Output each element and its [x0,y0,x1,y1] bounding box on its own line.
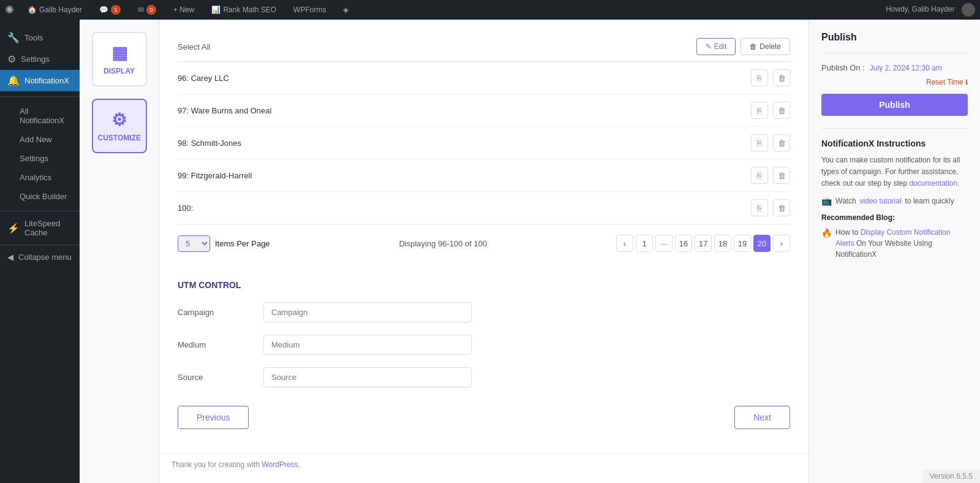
comments-badge: 1 [111,5,121,15]
row-98-label: 98: Schmitt-Jones [178,139,241,148]
notificationx-icon: 🔔 [7,75,20,86]
documentation-link[interactable]: documentation. [909,179,959,188]
display-label: DISPLAY [98,67,141,75]
page-ellipsis-button[interactable]: ··· [655,235,673,252]
sidebar-item-collapse[interactable]: ◀ Collapse menu [0,248,80,267]
medium-input[interactable] [263,335,472,355]
row-99-delete-button[interactable]: 🗑 [773,167,790,184]
page-16-button[interactable]: 16 [675,235,692,252]
sidebar-item-settings-sub[interactable]: Settings [12,149,80,168]
blog-link-row: 🔥 How to Display Custom Notification Ale… [821,227,968,260]
row-96-label: 96: Carey LLC [178,74,229,83]
source-input[interactable] [263,367,472,387]
customize-tab[interactable]: ⚙ CUSTOMIZE [92,99,147,153]
blog-text: How to Display Custom Notification Alert… [835,227,968,260]
row-99-label: 99: Fitzgerald-Harrell [178,171,252,180]
prev-page-button[interactable]: ‹ [616,235,633,252]
row-99-copy-button[interactable]: ⎘ [751,167,768,184]
adminbar-diamond[interactable]: ◈ [339,0,352,20]
pagination-info: Displaying 96-100 of 100 [399,239,487,248]
adminbar-comments[interactable]: 💬 1 [96,0,124,20]
wp-logo-icon[interactable]: ✺ [5,3,14,17]
publish-button[interactable]: Publish [821,94,968,116]
sidebar-item-litespeed[interactable]: ⚡ LiteSpeed Cache [0,214,80,242]
source-label: Source [178,373,251,382]
video-tutorial-link[interactable]: video tutorial [860,197,902,205]
row-96-actions: ⎘ 🗑 [751,69,790,86]
to-learn-label: to learn quickly [905,197,954,205]
wordpress-link[interactable]: WordPress. [262,460,300,469]
row-97-label: 97: Ware Burns and Oneal [178,106,271,115]
delete-button[interactable]: 🗑 Delete [741,38,790,55]
next-button[interactable]: Next [734,406,790,429]
publish-section: Publish Publish On : July 2, 2024 12:30 … [821,32,968,116]
row-97-copy-button[interactable]: ⎘ [751,102,768,119]
adminbar-messages[interactable]: ✉ 0 [134,0,160,20]
display-icon: ▦ [98,43,141,63]
per-page-dropdown[interactable]: 5 10 25 50 [178,235,210,252]
page-19-button[interactable]: 19 [734,235,751,252]
row-97-delete-button[interactable]: 🗑 [773,102,790,119]
adminbar-site[interactable]: 🏠 Galib Hayder [24,0,86,20]
sidebar-item-quick-builder[interactable]: Quick Builder [12,187,80,206]
adminbar-wpforms[interactable]: WPForms [290,0,330,20]
row-98-copy-button[interactable]: ⎘ [751,134,768,151]
rankmath-icon: 📊 [211,6,221,14]
instructions-text: You can make custom notification for its… [821,154,968,190]
campaign-label: Campaign [178,308,251,317]
campaign-row: Campaign [178,302,790,322]
utm-control-title: UTM CONTROL [178,280,790,290]
campaign-input[interactable] [263,302,472,322]
page-20-button[interactable]: 20 [753,235,771,252]
per-page-selector: 5 10 25 50 Items Per Page [178,235,270,252]
howdy-text: Howdy, Galib Hayder [886,5,955,13]
sidebar-item-settings[interactable]: ⚙ Settings [0,48,80,70]
adminbar-rankmath[interactable]: 📊 Rank Math SEO [208,0,280,20]
table-row: 96: Carey LLC ⎘ 🗑 [178,62,790,94]
display-tab[interactable]: ▦ DISPLAY [92,32,147,86]
edit-button[interactable]: ✎ Edit [696,38,736,55]
table-row: 99: Fitzgerald-Harrell ⎘ 🗑 [178,159,790,192]
adminbar-new[interactable]: + New [170,0,198,20]
row-98-delete-button[interactable]: 🗑 [773,134,790,151]
select-all-label[interactable]: Select All [178,42,210,51]
page-17-button[interactable]: 17 [695,235,712,252]
row-100-delete-button[interactable]: 🗑 [773,199,790,216]
sidebar-item-analytics[interactable]: Analytics [12,168,80,187]
row-96-delete-button[interactable]: 🗑 [773,69,790,86]
main-content: Select All ✎ Edit 🗑 Delete 96: [159,20,809,483]
row-100-copy-button[interactable]: ⎘ [751,199,768,216]
tools-label: Tools [24,33,43,42]
publish-date: July 2, 2024 12:30 am [870,64,942,72]
watch-label: Watch [835,197,856,205]
sidebar-item-tools[interactable]: 🔧 Tools [0,27,80,48]
row-97-actions: ⎘ 🗑 [751,102,790,119]
row-98-actions: ⎘ 🗑 [751,134,790,151]
items-per-page-label: Items Per Page [215,239,270,248]
next-page-button[interactable]: › [773,235,790,252]
settings-label: Settings [21,55,50,64]
pagination-pages: ‹ 1 ··· 16 17 18 19 20 › [616,235,790,252]
sidebar-item-all-notifications[interactable]: All NotificationX [12,102,80,130]
reset-time-link[interactable]: Reset Time ℹ [926,78,968,86]
previous-button[interactable]: Previous [178,406,249,429]
page-1-button[interactable]: 1 [636,235,653,252]
utm-control-section: UTM CONTROL Campaign Medium Source [178,280,790,387]
all-notifications-label: All NotificationX [20,107,72,125]
table-container: Select All ✎ Edit 🗑 Delete 96: [178,32,790,262]
video-link-row: 📺 Watch video tutorial to learn quickly [821,196,968,206]
fire-icon: 🔥 [821,227,832,240]
delete-icon: 🗑 [750,42,757,51]
page-18-button[interactable]: 18 [714,235,731,252]
adminbar-howdy[interactable]: Howdy, Galib Hayder [886,3,975,17]
sidebar-item-notificationx[interactable]: 🔔 NotificationX [0,70,80,91]
row-96-copy-button[interactable]: ⎘ [751,69,768,86]
pagination-bar: 5 10 25 50 Items Per Page Displaying 96-… [178,224,790,262]
tools-icon: 🔧 [7,32,20,44]
source-row: Source [178,367,790,387]
table-header-row: Select All ✎ Edit 🗑 Delete [178,32,790,62]
medium-label: Medium [178,340,251,349]
sidebar-item-add-new[interactable]: Add New [12,130,80,149]
analytics-label: Analytics [20,173,51,182]
delete-label: Delete [760,42,781,51]
